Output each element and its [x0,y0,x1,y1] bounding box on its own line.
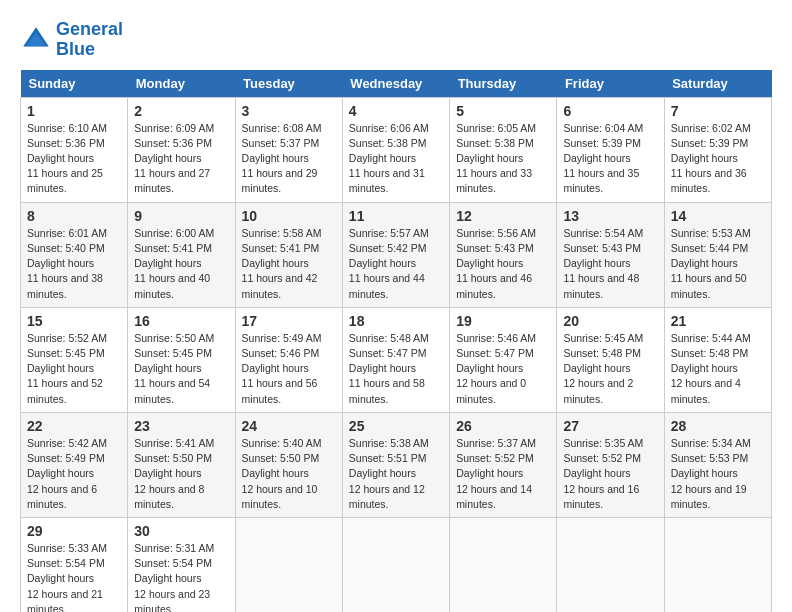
day-info: Sunrise: 5:31 AM Sunset: 5:54 PM Dayligh… [134,541,228,612]
weekday-header-thursday: Thursday [450,70,557,98]
day-info: Sunrise: 5:48 AM Sunset: 5:47 PM Dayligh… [349,331,443,407]
calendar-table: SundayMondayTuesdayWednesdayThursdayFrid… [20,70,772,612]
day-info: Sunrise: 5:49 AM Sunset: 5:46 PM Dayligh… [242,331,336,407]
calendar-day-cell: 14 Sunrise: 5:53 AM Sunset: 5:44 PM Dayl… [664,202,771,307]
day-info: Sunrise: 5:54 AM Sunset: 5:43 PM Dayligh… [563,226,657,302]
day-info: Sunrise: 5:50 AM Sunset: 5:45 PM Dayligh… [134,331,228,407]
day-info: Sunrise: 5:46 AM Sunset: 5:47 PM Dayligh… [456,331,550,407]
calendar-day-cell: 3 Sunrise: 6:08 AM Sunset: 5:37 PM Dayli… [235,97,342,202]
calendar-day-cell: 27 Sunrise: 5:35 AM Sunset: 5:52 PM Dayl… [557,412,664,517]
day-info: Sunrise: 5:52 AM Sunset: 5:45 PM Dayligh… [27,331,121,407]
day-info: Sunrise: 6:05 AM Sunset: 5:38 PM Dayligh… [456,121,550,197]
day-number: 23 [134,418,228,434]
day-info: Sunrise: 5:34 AM Sunset: 5:53 PM Dayligh… [671,436,765,512]
calendar-day-cell: 18 Sunrise: 5:48 AM Sunset: 5:47 PM Dayl… [342,307,449,412]
day-number: 22 [27,418,121,434]
calendar-week-row: 15 Sunrise: 5:52 AM Sunset: 5:45 PM Dayl… [21,307,772,412]
calendar-day-cell: 7 Sunrise: 6:02 AM Sunset: 5:39 PM Dayli… [664,97,771,202]
day-info: Sunrise: 5:33 AM Sunset: 5:54 PM Dayligh… [27,541,121,612]
day-number: 28 [671,418,765,434]
day-info: Sunrise: 5:35 AM Sunset: 5:52 PM Dayligh… [563,436,657,512]
calendar-day-cell: 20 Sunrise: 5:45 AM Sunset: 5:48 PM Dayl… [557,307,664,412]
day-number: 3 [242,103,336,119]
calendar-day-cell: 16 Sunrise: 5:50 AM Sunset: 5:45 PM Dayl… [128,307,235,412]
day-number: 21 [671,313,765,329]
calendar-day-cell [664,517,771,612]
calendar-week-row: 1 Sunrise: 6:10 AM Sunset: 5:36 PM Dayli… [21,97,772,202]
day-info: Sunrise: 6:00 AM Sunset: 5:41 PM Dayligh… [134,226,228,302]
day-number: 9 [134,208,228,224]
day-info: Sunrise: 6:09 AM Sunset: 5:36 PM Dayligh… [134,121,228,197]
day-info: Sunrise: 5:40 AM Sunset: 5:50 PM Dayligh… [242,436,336,512]
calendar-day-cell: 30 Sunrise: 5:31 AM Sunset: 5:54 PM Dayl… [128,517,235,612]
calendar-week-row: 8 Sunrise: 6:01 AM Sunset: 5:40 PM Dayli… [21,202,772,307]
calendar-day-cell: 15 Sunrise: 5:52 AM Sunset: 5:45 PM Dayl… [21,307,128,412]
day-number: 20 [563,313,657,329]
calendar-day-cell: 2 Sunrise: 6:09 AM Sunset: 5:36 PM Dayli… [128,97,235,202]
day-number: 6 [563,103,657,119]
calendar-day-cell: 8 Sunrise: 6:01 AM Sunset: 5:40 PM Dayli… [21,202,128,307]
day-number: 24 [242,418,336,434]
calendar-day-cell [450,517,557,612]
calendar-day-cell: 26 Sunrise: 5:37 AM Sunset: 5:52 PM Dayl… [450,412,557,517]
calendar-day-cell: 23 Sunrise: 5:41 AM Sunset: 5:50 PM Dayl… [128,412,235,517]
day-number: 25 [349,418,443,434]
weekday-header-friday: Friday [557,70,664,98]
day-number: 10 [242,208,336,224]
calendar-day-cell: 19 Sunrise: 5:46 AM Sunset: 5:47 PM Dayl… [450,307,557,412]
weekday-header-wednesday: Wednesday [342,70,449,98]
calendar-day-cell [557,517,664,612]
calendar-day-cell: 28 Sunrise: 5:34 AM Sunset: 5:53 PM Dayl… [664,412,771,517]
calendar-week-row: 29 Sunrise: 5:33 AM Sunset: 5:54 PM Dayl… [21,517,772,612]
day-number: 16 [134,313,228,329]
day-number: 27 [563,418,657,434]
day-info: Sunrise: 6:04 AM Sunset: 5:39 PM Dayligh… [563,121,657,197]
day-number: 1 [27,103,121,119]
day-number: 30 [134,523,228,539]
day-number: 12 [456,208,550,224]
calendar-day-cell: 5 Sunrise: 6:05 AM Sunset: 5:38 PM Dayli… [450,97,557,202]
logo-icon [20,24,52,56]
day-number: 7 [671,103,765,119]
weekday-header-sunday: Sunday [21,70,128,98]
day-info: Sunrise: 5:58 AM Sunset: 5:41 PM Dayligh… [242,226,336,302]
day-number: 29 [27,523,121,539]
day-info: Sunrise: 5:41 AM Sunset: 5:50 PM Dayligh… [134,436,228,512]
day-number: 19 [456,313,550,329]
calendar-day-cell: 6 Sunrise: 6:04 AM Sunset: 5:39 PM Dayli… [557,97,664,202]
day-info: Sunrise: 5:45 AM Sunset: 5:48 PM Dayligh… [563,331,657,407]
calendar-day-cell [342,517,449,612]
weekday-header-saturday: Saturday [664,70,771,98]
calendar-day-cell: 24 Sunrise: 5:40 AM Sunset: 5:50 PM Dayl… [235,412,342,517]
calendar-day-cell: 29 Sunrise: 5:33 AM Sunset: 5:54 PM Dayl… [21,517,128,612]
day-info: Sunrise: 5:56 AM Sunset: 5:43 PM Dayligh… [456,226,550,302]
calendar-day-cell: 21 Sunrise: 5:44 AM Sunset: 5:48 PM Dayl… [664,307,771,412]
logo-text: General Blue [56,20,123,60]
day-number: 13 [563,208,657,224]
calendar-day-cell: 13 Sunrise: 5:54 AM Sunset: 5:43 PM Dayl… [557,202,664,307]
calendar-day-cell: 11 Sunrise: 5:57 AM Sunset: 5:42 PM Dayl… [342,202,449,307]
day-number: 17 [242,313,336,329]
day-number: 18 [349,313,443,329]
calendar-day-cell: 4 Sunrise: 6:06 AM Sunset: 5:38 PM Dayli… [342,97,449,202]
day-info: Sunrise: 5:37 AM Sunset: 5:52 PM Dayligh… [456,436,550,512]
calendar-week-row: 22 Sunrise: 5:42 AM Sunset: 5:49 PM Dayl… [21,412,772,517]
calendar-day-cell: 25 Sunrise: 5:38 AM Sunset: 5:51 PM Dayl… [342,412,449,517]
calendar-day-cell: 1 Sunrise: 6:10 AM Sunset: 5:36 PM Dayli… [21,97,128,202]
calendar-header-row: SundayMondayTuesdayWednesdayThursdayFrid… [21,70,772,98]
day-info: Sunrise: 6:02 AM Sunset: 5:39 PM Dayligh… [671,121,765,197]
day-info: Sunrise: 6:08 AM Sunset: 5:37 PM Dayligh… [242,121,336,197]
day-number: 5 [456,103,550,119]
day-info: Sunrise: 5:42 AM Sunset: 5:49 PM Dayligh… [27,436,121,512]
weekday-header-monday: Monday [128,70,235,98]
day-info: Sunrise: 6:10 AM Sunset: 5:36 PM Dayligh… [27,121,121,197]
weekday-header-tuesday: Tuesday [235,70,342,98]
day-number: 26 [456,418,550,434]
day-number: 11 [349,208,443,224]
calendar-day-cell: 12 Sunrise: 5:56 AM Sunset: 5:43 PM Dayl… [450,202,557,307]
day-info: Sunrise: 5:53 AM Sunset: 5:44 PM Dayligh… [671,226,765,302]
day-number: 14 [671,208,765,224]
day-info: Sunrise: 5:44 AM Sunset: 5:48 PM Dayligh… [671,331,765,407]
calendar-day-cell: 17 Sunrise: 5:49 AM Sunset: 5:46 PM Dayl… [235,307,342,412]
day-number: 8 [27,208,121,224]
